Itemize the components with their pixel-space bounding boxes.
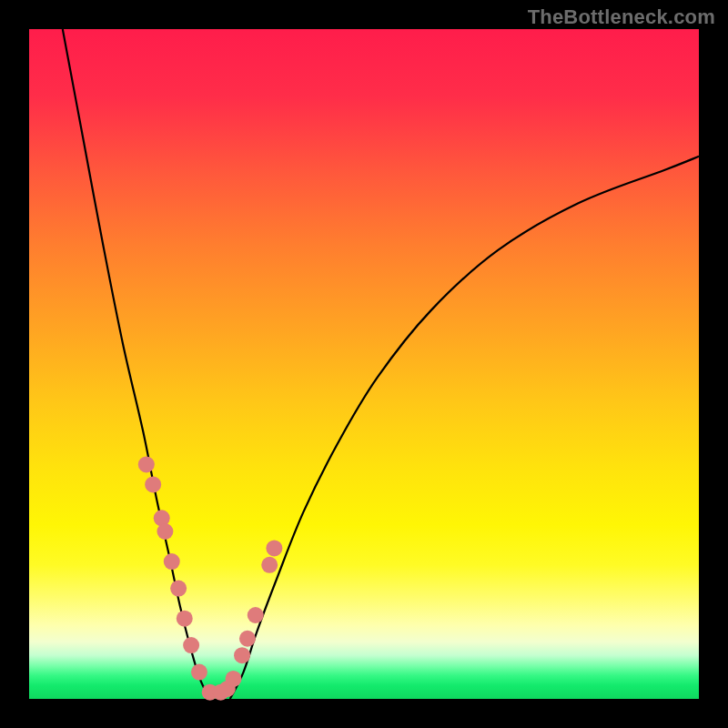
data-dot: [170, 581, 187, 597]
plot-area: [29, 29, 699, 699]
data-dot: [145, 476, 161, 492]
data-dot: [225, 671, 241, 687]
data-dot: [266, 540, 282, 556]
data-dot: [191, 664, 207, 681]
watermark-text: TheBottleneck.com: [528, 5, 715, 29]
right-branch-curve: [230, 157, 699, 699]
data-dot: [177, 611, 193, 627]
data-dot: [164, 553, 180, 570]
chart-frame: TheBottleneck.com: [0, 0, 728, 728]
data-dot: [138, 456, 155, 472]
data-dot: [248, 607, 264, 623]
data-dot: [234, 647, 250, 663]
data-dot: [157, 523, 173, 540]
dots-group: [138, 456, 283, 700]
data-dot: [261, 557, 278, 573]
left-branch-curve: [63, 29, 210, 699]
curves-svg: [29, 29, 699, 699]
data-dot: [239, 631, 256, 647]
curve-group: [63, 29, 699, 699]
data-dot: [183, 637, 199, 653]
